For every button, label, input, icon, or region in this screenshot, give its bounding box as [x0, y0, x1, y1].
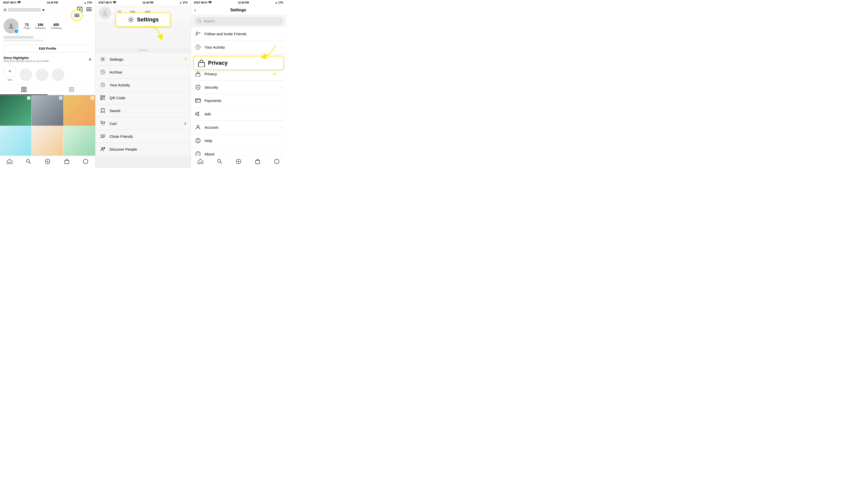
svg-rect-57 — [196, 99, 200, 102]
privacy-highlight-label: Privacy — [208, 60, 228, 66]
svg-rect-56 — [198, 62, 204, 67]
photo-badge-3 — [91, 96, 94, 100]
svg-rect-70 — [256, 160, 260, 164]
menu-button[interactable] — [86, 7, 92, 12]
lock-small-icon — [3, 8, 6, 11]
menu-item-activity[interactable]: Your Activity — [96, 78, 191, 91]
story-circle-2[interactable] — [36, 69, 48, 81]
grid-tab-tagged[interactable] — [47, 84, 95, 95]
story-new-label: New — [8, 78, 12, 81]
menu-panel: AT&T Wi-Fi 12:43 PM ▲ 17% 72Posts 166Fol… — [96, 0, 191, 168]
svg-point-49 — [198, 20, 201, 22]
menu-qr-label: QR Code — [110, 96, 125, 100]
profile-button[interactable] — [82, 158, 89, 164]
username-box: ▾ — [3, 8, 44, 12]
settings-item-help[interactable]: Help › — [191, 134, 286, 147]
svg-point-60 — [197, 125, 199, 127]
menu-item-saved[interactable]: Saved — [96, 104, 191, 117]
sheet-handle — [139, 50, 147, 51]
reels-button[interactable] — [44, 158, 52, 164]
settings-item-ads[interactable]: Ads › — [191, 107, 286, 121]
svg-point-51 — [196, 32, 198, 34]
home-button-3[interactable] — [197, 158, 204, 164]
settings-item-follow[interactable]: Follow and Invite Friends › — [191, 27, 286, 41]
story-circles: + New — [0, 63, 95, 83]
story-circle-1[interactable] — [20, 69, 32, 81]
svg-point-65 — [198, 153, 198, 153]
carrier-text: AT&T Wi-Fi — [3, 1, 16, 4]
avatar-plus-button[interactable]: + — [14, 29, 19, 33]
shop-button[interactable] — [63, 158, 71, 164]
menu-item-qr[interactable]: QR Code — [96, 91, 191, 104]
person-icon — [195, 124, 201, 130]
bottom-sheet: Settings Archive Your Activity QR Code — [96, 48, 191, 168]
menu-cart-label: Cart — [110, 121, 117, 126]
cart-icon — [100, 121, 105, 126]
help-label: Help — [204, 139, 277, 143]
svg-point-16 — [71, 89, 72, 90]
edit-profile-button[interactable]: Edit Profile — [3, 45, 92, 53]
status-right: ▲ 17% — [84, 1, 92, 4]
security-label: Security — [204, 85, 277, 89]
settings-search-bar[interactable]: Search — [195, 17, 283, 25]
followers-stat[interactable]: 166 Followers — [35, 23, 46, 29]
search-icon — [198, 19, 201, 23]
settings-item-security[interactable]: Security › — [191, 81, 286, 94]
grid-tab-posts[interactable] — [0, 84, 47, 95]
story-new-button[interactable]: + — [3, 65, 16, 77]
story-new-item[interactable]: + New — [3, 65, 16, 81]
svg-point-36 — [104, 125, 104, 126]
wifi-icon-3 — [208, 1, 212, 4]
settings-gear-icon — [127, 16, 134, 23]
photo-cell-2[interactable] — [32, 95, 63, 127]
story-highlights-collapse[interactable]: ∧ — [89, 57, 92, 62]
follow-label: Follow and Invite Friends — [204, 32, 277, 36]
following-stat[interactable]: 485 Following — [51, 23, 61, 29]
photo-cell-3[interactable] — [64, 95, 95, 127]
settings-item-payments[interactable]: Payments › — [191, 94, 286, 107]
wifi-icon-2 — [113, 1, 116, 4]
photo-cell-5[interactable] — [32, 126, 63, 156]
menu-item-settings[interactable]: Settings — [96, 53, 191, 66]
svg-point-24 — [103, 11, 106, 14]
dropdown-icon[interactable]: ▾ — [42, 8, 44, 12]
svg-point-26 — [102, 58, 103, 60]
posts-count: 72 — [25, 23, 29, 27]
help-icon — [195, 138, 201, 144]
photo-cell-6[interactable] — [64, 126, 95, 156]
bg-avatar — [99, 7, 111, 19]
search-button-3[interactable] — [216, 158, 224, 164]
profile-button-3[interactable] — [273, 158, 281, 164]
following-count: 485 — [53, 23, 59, 27]
privacy-lock-icon — [198, 59, 205, 67]
menu-item-closefriends[interactable]: Close Friends — [96, 130, 191, 143]
menu-item-discover[interactable]: Discover People — [96, 143, 191, 155]
status-bar: AT&T Wi-Fi 12:43 PM ▲ 17% — [0, 0, 95, 5]
followers-label: Followers — [35, 27, 46, 29]
shop-button-3[interactable] — [254, 158, 261, 164]
menu-saved-label: Saved — [110, 109, 120, 113]
settings-item-account[interactable]: Account › — [191, 121, 286, 134]
svg-rect-34 — [104, 99, 105, 100]
search-button[interactable] — [25, 158, 32, 164]
reels-button-3[interactable] — [235, 158, 242, 164]
posts-stat: 72 Posts — [24, 23, 30, 29]
svg-rect-12 — [25, 87, 26, 89]
svg-rect-13 — [22, 90, 24, 92]
svg-point-40 — [101, 148, 103, 149]
svg-rect-31 — [101, 98, 102, 100]
follow-icon — [195, 31, 201, 37]
photo-cell-1[interactable] — [0, 95, 31, 127]
svg-rect-30 — [103, 96, 105, 97]
photo-cell-4[interactable] — [0, 126, 31, 156]
svg-rect-55 — [196, 74, 200, 76]
qr-icon — [100, 95, 105, 101]
home-button[interactable] — [6, 158, 13, 164]
settings-back-button[interactable]: ‹ — [195, 7, 196, 13]
menu-item-cart[interactable]: Cart 4 — [96, 117, 191, 130]
svg-rect-11 — [22, 87, 24, 89]
about-label: About — [204, 152, 277, 156]
story-circle-3[interactable] — [52, 69, 64, 81]
menu-item-archive[interactable]: Archive — [96, 66, 191, 78]
svg-line-50 — [200, 22, 201, 23]
